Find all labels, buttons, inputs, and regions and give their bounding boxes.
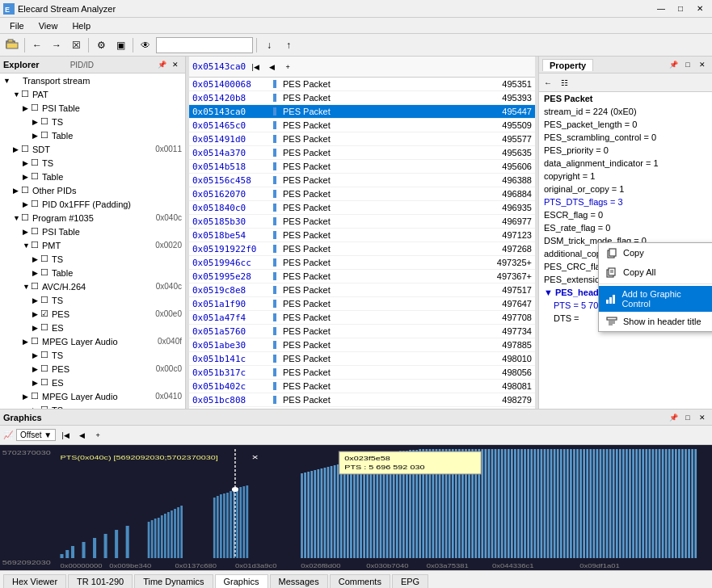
view-button[interactable]: 👁 <box>137 36 154 54</box>
ctx-copy[interactable]: Copy <box>599 243 712 262</box>
prop-grid-button[interactable]: ☷ <box>557 75 571 90</box>
graphics-content[interactable]: 5702370030 5692092030 <box>0 445 712 570</box>
tree-check-es_avc[interactable]: ☐ <box>40 322 52 333</box>
packet-row[interactable]: 0x051b141c PES Packet 498010 <box>189 352 535 366</box>
packet-row[interactable]: 0x05185b30 PES Packet 496977 <box>189 215 535 229</box>
graphics-max-button[interactable]: □ <box>681 411 694 424</box>
property-header-actions[interactable]: 📌 □ ✕ <box>667 58 709 71</box>
tab-tr101290[interactable]: TR 101-290 <box>68 574 133 588</box>
tree-check-sdt[interactable]: ☐ <box>21 144 32 154</box>
tree-check-es_ma1[interactable]: ☐ <box>40 377 52 388</box>
tree-item-pmt[interactable]: ▼☐PMT0x0020 <box>0 238 185 252</box>
tree-item-other_pids[interactable]: ▶☐Other PIDs <box>0 183 185 197</box>
property-close-button[interactable]: ✕ <box>696 58 709 71</box>
tree-check-avc_h264[interactable]: ☐ <box>31 281 42 292</box>
tree-item-ts_1[interactable]: ▶☐TS <box>0 115 185 128</box>
tree-check-mpeg_audio_2[interactable]: ☐ <box>31 391 42 401</box>
packet-row[interactable]: 0x05156c458 PES Packet 496388 <box>189 174 535 187</box>
tree-item-table_1[interactable]: ▶☐Table <box>0 128 185 142</box>
tree-item-ts_ma2[interactable]: ▶☐TS <box>0 403 185 409</box>
tree-item-prog1035[interactable]: ▼☐Program #10350x040c <box>0 211 185 225</box>
tree-item-pes_avc[interactable]: ▶☑PES0x00e0 <box>0 307 185 321</box>
packets-list[interactable]: 0x051400068 PES Packet 495351 0x051420b8… <box>189 78 535 409</box>
packet-row[interactable]: 0x051465c0 PES Packet 495509 <box>189 119 535 132</box>
packet-row[interactable]: 0x051b402c PES Packet 498081 <box>189 380 535 393</box>
explorer-content[interactable]: ▼Transport stream▼☐PAT▶☐PSI Table▶☐TS▶☐T… <box>0 74 185 409</box>
packet-row[interactable]: 0x051420b8 PES Packet 495393 <box>189 91 535 105</box>
stop-button[interactable]: ☒ <box>67 36 85 54</box>
tree-item-es_ma1[interactable]: ▶☐ES <box>0 376 185 389</box>
explorer-close-button[interactable]: ✕ <box>169 58 182 71</box>
forward-button[interactable]: → <box>48 36 65 54</box>
tree-item-pat[interactable]: ▼☐PAT <box>0 87 185 101</box>
property-tab[interactable]: Property <box>542 59 593 71</box>
chart-back-button[interactable]: ◀ <box>75 429 88 442</box>
packet-row[interactable]: 0x051abe30 PES Packet 497885 <box>189 338 535 352</box>
tree-item-psi_table_1[interactable]: ▶☐PSI Table <box>0 101 185 115</box>
property-toolbar[interactable]: ← ☷ <box>539 74 712 92</box>
tree-item-sdt[interactable]: ▶☐SDT0x0011 <box>0 142 185 156</box>
tree-check-ts_pmt[interactable]: ☐ <box>40 254 52 264</box>
chart-prev-button[interactable]: |◀ <box>59 429 72 442</box>
tree-check-ts_ma1[interactable]: ☐ <box>40 350 52 360</box>
graphics-toolbar[interactable]: 📈 Offset ▼ |◀ ◀ + <box>0 426 712 445</box>
open-button[interactable] <box>3 36 21 54</box>
tree-check-mpeg_audio_1[interactable]: ☐ <box>31 336 42 346</box>
tree-item-ts[interactable]: ▼Transport stream <box>0 74 185 87</box>
packet-row[interactable]: 0x051400068 PES Packet 495351 <box>189 78 535 91</box>
tab-hex-viewer[interactable]: Hex Viewer <box>3 574 66 588</box>
tree-check-psi_table_1[interactable]: ☐ <box>31 103 42 113</box>
explorer-actions[interactable]: 📌 ✕ <box>155 58 182 71</box>
packet-row[interactable]: 0x05162070 PES Packet 496884 <box>189 187 535 201</box>
property-pin-button[interactable]: 📌 <box>667 58 680 71</box>
layout-button[interactable]: ▣ <box>112 36 129 54</box>
packet-row[interactable]: 0x051995e28 PES Packet 497367+ <box>189 270 535 284</box>
packet-row[interactable]: 0x0514b518 PES Packet 495606 <box>189 160 535 174</box>
offset-selector[interactable]: Offset ▼ <box>16 429 56 441</box>
tree-check-table_1[interactable]: ☐ <box>40 130 52 141</box>
packet-row[interactable]: 0x0519946cc PES Packet 497325+ <box>189 256 535 270</box>
ctx-show-header[interactable]: Show in header title <box>599 312 712 331</box>
packet-row[interactable]: 0x051840c0 PES Packet 496935 <box>189 201 535 215</box>
explorer-pin-button[interactable]: 📌 <box>155 58 168 71</box>
packet-row[interactable]: 0x05191922f0 PES Packet 497268 <box>189 242 535 256</box>
graphics-pin-button[interactable]: 📌 <box>667 411 680 424</box>
tree-check-pmt[interactable]: ☐ <box>31 240 42 250</box>
property-tabs[interactable]: Property <box>542 59 593 71</box>
packet-row[interactable]: 0x051a47f4 PES Packet 497708 <box>189 311 535 325</box>
tab-epg[interactable]: EPG <box>392 574 428 588</box>
titlebar-controls[interactable]: — □ ✕ <box>652 2 709 16</box>
tree-check-ts_avc[interactable]: ☐ <box>40 295 52 305</box>
tree-check-psi_table_prog[interactable]: ☐ <box>31 226 42 237</box>
nav-step-next-button[interactable]: + <box>281 61 294 74</box>
nav-step-prev-button[interactable]: ◀ <box>265 61 278 74</box>
tree-check-pes_ma1[interactable]: ☐ <box>40 363 52 374</box>
tab-graphics[interactable]: Graphics <box>215 574 268 588</box>
close-button[interactable]: ✕ <box>691 2 709 16</box>
nav-up-button[interactable]: ↑ <box>280 36 297 54</box>
tree-item-avc_h264[interactable]: ▼☐AVC/H.2640x040c <box>0 279 185 293</box>
back-button[interactable]: ← <box>28 36 46 54</box>
tree-item-ts_sdt[interactable]: ▶☐TS <box>0 156 185 170</box>
packet-row[interactable]: 0x051a1f90 PES Packet 497647 <box>189 297 535 311</box>
packet-row[interactable]: 0x0518be54 PES Packet 497123 <box>189 229 535 242</box>
packet-row[interactable]: 0x0519c8e8 PES Packet 497517 <box>189 284 535 297</box>
tree-check-pat[interactable]: ☐ <box>21 89 32 99</box>
tree-item-mpeg_audio_1[interactable]: ▶☐MPEG Layer Audio0x040f <box>0 334 185 348</box>
property-max-button[interactable]: □ <box>681 58 694 71</box>
tree-check-other_pids[interactable]: ☐ <box>21 185 32 195</box>
tree-check-ts_sdt[interactable]: ☐ <box>31 158 42 168</box>
packet-row[interactable]: 0x051491d0 PES Packet 495577 <box>189 132 535 146</box>
tree-check-ts_1[interactable]: ☐ <box>40 116 52 127</box>
tab-comments[interactable]: Comments <box>330 574 390 588</box>
tab-time-dynamics[interactable]: Time Dynamics <box>134 574 213 588</box>
tree-item-pid_padding[interactable]: ▶☐PID 0x1FFF (Padding) <box>0 197 185 211</box>
settings-button[interactable]: ⚙ <box>92 36 110 54</box>
tree-item-table_pmt[interactable]: ▶☐Table <box>0 266 185 279</box>
tab-messages[interactable]: Messages <box>270 574 328 588</box>
nav-prev-button[interactable]: |◀ <box>249 61 262 74</box>
tree-check-pes_avc[interactable]: ☑ <box>40 309 52 319</box>
minimize-button[interactable]: — <box>652 2 670 16</box>
search-input[interactable] <box>156 37 253 53</box>
menu-view[interactable]: View <box>32 19 65 32</box>
